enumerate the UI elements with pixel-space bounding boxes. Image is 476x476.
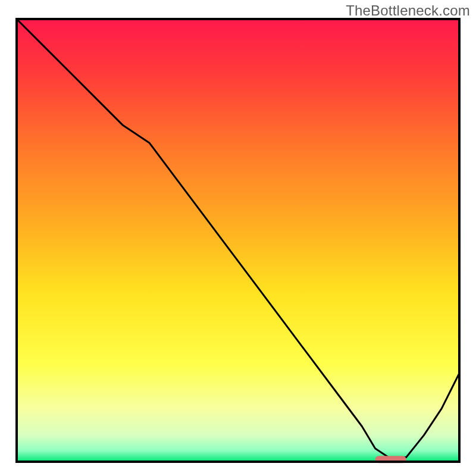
chart-container: TheBottleneck.com — [0, 0, 476, 476]
bottleneck-chart — [0, 0, 476, 476]
watermark-text: TheBottleneck.com — [346, 2, 470, 19]
